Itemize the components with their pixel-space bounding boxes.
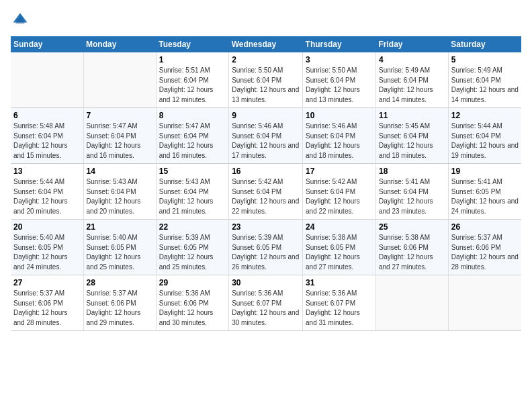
calendar-cell: 16Sunrise: 5:42 AM Sunset: 6:04 PM Dayli… [229, 164, 303, 220]
day-info: Sunrise: 5:50 AM Sunset: 6:04 PM Dayligh… [306, 66, 360, 103]
calendar-cell: 5Sunrise: 5:49 AM Sunset: 6:04 PM Daylig… [448, 52, 521, 108]
day-info: Sunrise: 5:45 AM Sunset: 6:04 PM Dayligh… [379, 122, 433, 159]
day-info: Sunrise: 5:37 AM Sunset: 6:06 PM Dayligh… [451, 234, 519, 271]
day-info: Sunrise: 5:41 AM Sunset: 6:04 PM Dayligh… [379, 178, 433, 215]
day-number: 20 [13, 222, 81, 232]
calendar-cell: 31Sunrise: 5:36 AM Sunset: 6:07 PM Dayli… [303, 275, 376, 331]
calendar-cell: 26Sunrise: 5:37 AM Sunset: 6:06 PM Dayli… [448, 220, 521, 275]
col-header-saturday: Saturday [448, 36, 521, 52]
day-info: Sunrise: 5:51 AM Sunset: 6:04 PM Dayligh… [159, 66, 214, 103]
day-number: 7 [87, 111, 153, 120]
day-info: Sunrise: 5:44 AM Sunset: 6:04 PM Dayligh… [13, 178, 68, 215]
calendar-body: 1Sunrise: 5:51 AM Sunset: 6:04 PM Daylig… [11, 52, 521, 331]
day-info: Sunrise: 5:36 AM Sunset: 6:06 PM Dayligh… [159, 289, 214, 326]
day-number: 1 [159, 55, 226, 64]
day-number: 4 [379, 55, 445, 64]
calendar-cell: 1Sunrise: 5:51 AM Sunset: 6:04 PM Daylig… [156, 52, 228, 108]
day-number: 22 [159, 222, 226, 232]
day-info: Sunrise: 5:40 AM Sunset: 6:05 PM Dayligh… [13, 234, 68, 271]
calendar-cell [448, 275, 521, 331]
day-info: Sunrise: 5:42 AM Sunset: 6:04 PM Dayligh… [232, 178, 299, 215]
calendar-cell: 25Sunrise: 5:38 AM Sunset: 6:06 PM Dayli… [375, 220, 448, 275]
calendar-cell: 6Sunrise: 5:48 AM Sunset: 6:04 PM Daylig… [11, 108, 83, 164]
col-header-thursday: Thursday [303, 36, 376, 52]
calendar-cell: 2Sunrise: 5:50 AM Sunset: 6:04 PM Daylig… [229, 52, 303, 108]
calendar-cell: 8Sunrise: 5:47 AM Sunset: 6:04 PM Daylig… [156, 108, 228, 164]
day-info: Sunrise: 5:39 AM Sunset: 6:05 PM Dayligh… [159, 234, 214, 271]
day-number: 15 [159, 167, 226, 176]
calendar-table: SundayMondayTuesdayWednesdayThursdayFrid… [11, 36, 521, 331]
calendar-cell [83, 52, 156, 108]
day-number: 28 [87, 278, 153, 287]
day-info: Sunrise: 5:38 AM Sunset: 6:06 PM Dayligh… [379, 234, 433, 271]
day-info: Sunrise: 5:44 AM Sunset: 6:04 PM Dayligh… [451, 122, 519, 159]
day-info: Sunrise: 5:50 AM Sunset: 6:04 PM Dayligh… [232, 66, 299, 103]
day-info: Sunrise: 5:36 AM Sunset: 6:07 PM Dayligh… [232, 289, 299, 326]
day-info: Sunrise: 5:39 AM Sunset: 6:05 PM Dayligh… [232, 234, 299, 271]
calendar-cell: 9Sunrise: 5:46 AM Sunset: 6:04 PM Daylig… [229, 108, 303, 164]
day-number: 18 [379, 167, 445, 176]
day-number: 13 [13, 167, 81, 176]
calendar-cell: 20Sunrise: 5:40 AM Sunset: 6:05 PM Dayli… [11, 220, 83, 275]
day-number: 19 [451, 167, 519, 176]
day-number: 23 [232, 222, 300, 232]
day-number: 14 [87, 167, 153, 176]
calendar-cell: 19Sunrise: 5:41 AM Sunset: 6:05 PM Dayli… [448, 164, 521, 220]
calendar-cell: 12Sunrise: 5:44 AM Sunset: 6:04 PM Dayli… [448, 108, 521, 164]
day-number: 5 [451, 55, 519, 64]
calendar-cell [375, 275, 448, 331]
day-info: Sunrise: 5:42 AM Sunset: 6:04 PM Dayligh… [306, 178, 360, 215]
day-number: 9 [232, 111, 300, 120]
logo [11, 11, 32, 30]
calendar-cell: 23Sunrise: 5:39 AM Sunset: 6:05 PM Dayli… [229, 220, 303, 275]
day-info: Sunrise: 5:41 AM Sunset: 6:05 PM Dayligh… [451, 178, 519, 215]
calendar-cell: 21Sunrise: 5:40 AM Sunset: 6:05 PM Dayli… [83, 220, 156, 275]
calendar-header: SundayMondayTuesdayWednesdayThursdayFrid… [11, 36, 521, 52]
calendar-cell: 29Sunrise: 5:36 AM Sunset: 6:06 PM Dayli… [156, 275, 228, 331]
day-number: 12 [451, 111, 519, 120]
day-info: Sunrise: 5:46 AM Sunset: 6:04 PM Dayligh… [306, 122, 360, 159]
calendar-cell: 11Sunrise: 5:45 AM Sunset: 6:04 PM Dayli… [375, 108, 448, 164]
page-header [11, 11, 521, 30]
day-number: 30 [232, 278, 300, 287]
calendar-cell: 18Sunrise: 5:41 AM Sunset: 6:04 PM Dayli… [375, 164, 448, 220]
day-info: Sunrise: 5:38 AM Sunset: 6:05 PM Dayligh… [306, 234, 360, 271]
day-info: Sunrise: 5:37 AM Sunset: 6:06 PM Dayligh… [13, 289, 68, 326]
calendar-cell: 10Sunrise: 5:46 AM Sunset: 6:04 PM Dayli… [303, 108, 376, 164]
day-number: 21 [87, 222, 153, 232]
col-header-friday: Friday [375, 36, 448, 52]
day-info: Sunrise: 5:43 AM Sunset: 6:04 PM Dayligh… [159, 178, 214, 215]
day-number: 10 [306, 111, 373, 120]
day-number: 25 [379, 222, 445, 232]
day-info: Sunrise: 5:36 AM Sunset: 6:07 PM Dayligh… [306, 289, 360, 326]
calendar-cell: 27Sunrise: 5:37 AM Sunset: 6:06 PM Dayli… [11, 275, 83, 331]
calendar-cell: 30Sunrise: 5:36 AM Sunset: 6:07 PM Dayli… [229, 275, 303, 331]
col-header-monday: Monday [83, 36, 156, 52]
day-info: Sunrise: 5:47 AM Sunset: 6:04 PM Dayligh… [159, 122, 214, 159]
day-number: 2 [232, 55, 300, 64]
day-info: Sunrise: 5:47 AM Sunset: 6:04 PM Dayligh… [87, 122, 141, 159]
calendar-cell: 14Sunrise: 5:43 AM Sunset: 6:04 PM Dayli… [83, 164, 156, 220]
day-number: 31 [306, 278, 373, 287]
day-number: 24 [306, 222, 373, 232]
calendar-cell: 7Sunrise: 5:47 AM Sunset: 6:04 PM Daylig… [83, 108, 156, 164]
day-number: 17 [306, 167, 373, 176]
calendar-cell: 15Sunrise: 5:43 AM Sunset: 6:04 PM Dayli… [156, 164, 228, 220]
calendar-cell: 17Sunrise: 5:42 AM Sunset: 6:04 PM Dayli… [303, 164, 376, 220]
calendar-cell: 13Sunrise: 5:44 AM Sunset: 6:04 PM Dayli… [11, 164, 83, 220]
day-number: 6 [13, 111, 81, 120]
col-header-sunday: Sunday [11, 36, 83, 52]
day-number: 11 [379, 111, 445, 120]
calendar-cell [11, 52, 83, 108]
day-info: Sunrise: 5:37 AM Sunset: 6:06 PM Dayligh… [87, 289, 141, 326]
day-number: 3 [306, 55, 373, 64]
day-number: 27 [13, 278, 81, 287]
logo-icon [11, 11, 30, 30]
day-number: 29 [159, 278, 226, 287]
calendar-cell: 24Sunrise: 5:38 AM Sunset: 6:05 PM Dayli… [303, 220, 376, 275]
day-number: 26 [451, 222, 519, 232]
day-number: 8 [159, 111, 226, 120]
day-info: Sunrise: 5:40 AM Sunset: 6:05 PM Dayligh… [87, 234, 141, 271]
day-info: Sunrise: 5:49 AM Sunset: 6:04 PM Dayligh… [451, 66, 519, 103]
day-info: Sunrise: 5:46 AM Sunset: 6:04 PM Dayligh… [232, 122, 299, 159]
